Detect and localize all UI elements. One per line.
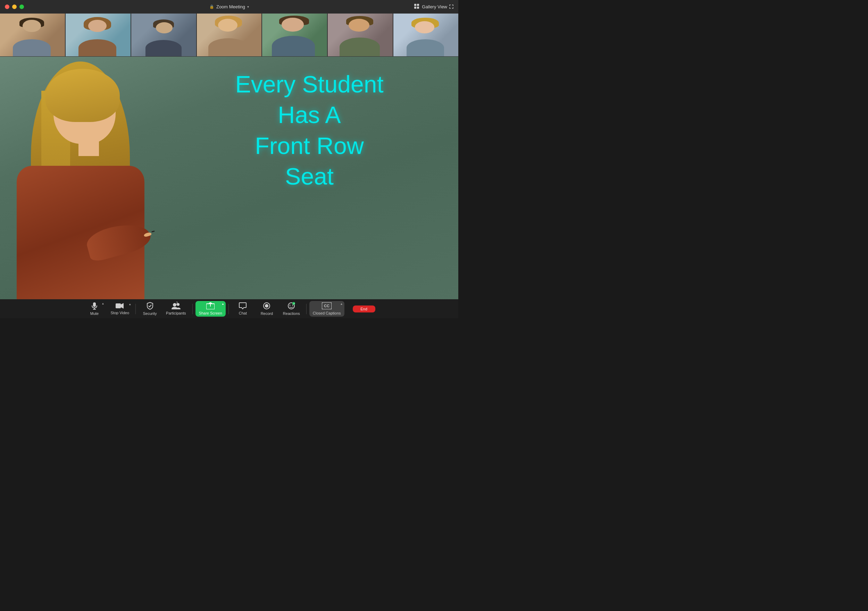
teacher-figure [0,57,206,299]
gallery-view-button[interactable]: Gallery View [414,4,453,9]
record-label: Record [261,311,273,316]
reactions-icon: ↺ [287,302,295,311]
chat-icon [239,302,246,310]
gallery-thumb-5[interactable] [262,13,327,57]
closed-captions-label: Closed Captions [313,311,341,315]
toolbar: ▲ Mute ▲ Stop Video [0,299,458,318]
svg-rect-2 [414,6,416,9]
reactions-button[interactable]: ↺ Reactions [279,301,304,317]
svg-text:CC: CC [324,304,330,308]
chat-label: Chat [239,311,247,315]
gallery-thumb-4[interactable] [197,13,262,57]
gallery-view-icon [414,4,420,9]
closed-captions-button[interactable]: ▲ CC Closed Captions [309,301,344,317]
participant-count: 2 [176,301,178,305]
closed-captions-icon: CC [322,302,332,310]
participants-label: Participants [166,311,186,315]
mute-caret: ▲ [102,302,104,305]
teacher-neck [79,139,99,156]
main-video: Every Student Has A Front Row Seat [0,57,458,299]
security-label: Security [143,311,157,316]
window-controls [5,5,24,9]
participants-button[interactable]: 2 Participants [163,301,189,317]
share-caret: ▲ [222,302,224,306]
board-line-1: Every Student [183,69,436,100]
gallery-thumb-3[interactable] [131,13,197,57]
camera-icon [116,303,124,310]
title-bar-center: 🔒 Zoom Meeting ▾ [209,4,249,9]
gallery-thumb-2[interactable] [65,13,131,57]
svg-rect-4 [93,302,96,307]
separator-4 [306,304,307,314]
svg-marker-8 [121,303,124,309]
security-button[interactable]: Security [138,301,161,317]
board-line-2: Has A [183,100,436,130]
end-label: End [360,307,367,311]
minimize-button[interactable] [12,5,17,9]
separator-2 [192,304,193,314]
svg-rect-7 [116,303,121,308]
teacher-shirt [17,166,144,299]
svg-rect-3 [417,6,419,9]
svg-rect-1 [417,4,419,6]
svg-point-14 [265,304,268,308]
stop-video-label: Stop Video [110,311,129,315]
maximize-button[interactable] [19,5,24,9]
board-line-3: Front Row [183,130,436,161]
mute-button[interactable]: ▲ Mute [83,301,105,317]
fullscreen-icon [449,5,453,9]
share-screen-label: Share Screen [199,311,222,315]
svg-rect-0 [414,4,416,6]
teacher-hand [143,232,152,237]
title-bar: 🔒 Zoom Meeting ▾ Gallery View [0,0,458,13]
record-icon [263,302,270,311]
chevron-down-icon: ▾ [247,5,249,9]
security-icon [147,302,153,311]
gallery-thumb-6[interactable] [327,13,393,57]
svg-text:↺: ↺ [293,303,295,305]
board-line-4: Seat [183,161,436,191]
gallery-strip [0,13,458,57]
gallery-view-label: Gallery View [422,4,447,9]
svg-point-16 [290,305,291,306]
end-button[interactable]: End [353,306,375,312]
video-caret: ▲ [129,303,131,306]
record-button[interactable]: Record [256,301,278,317]
microphone-icon [91,302,98,311]
close-button[interactable] [5,5,9,9]
board-text: Every Student Has A Front Row Seat [183,69,436,192]
teacher-arm [84,218,153,263]
gallery-thumb-7[interactable] [393,13,458,57]
share-screen-icon [206,302,215,310]
cc-caret: ▲ [340,302,343,306]
marker [151,230,155,233]
hair-front [45,69,120,122]
separator-1 [135,304,136,314]
lock-icon: 🔒 [209,5,214,9]
mute-label: Mute [90,311,99,316]
separator-3 [228,304,229,314]
share-screen-button[interactable]: ▲ Share Screen [195,301,226,317]
chat-button[interactable]: Chat [232,301,254,317]
gallery-thumb-1[interactable] [0,13,65,57]
reactions-label: Reactions [283,311,300,316]
stop-video-button[interactable]: ▲ Stop Video [107,301,133,316]
meeting-title: Zoom Meeting [216,4,245,9]
